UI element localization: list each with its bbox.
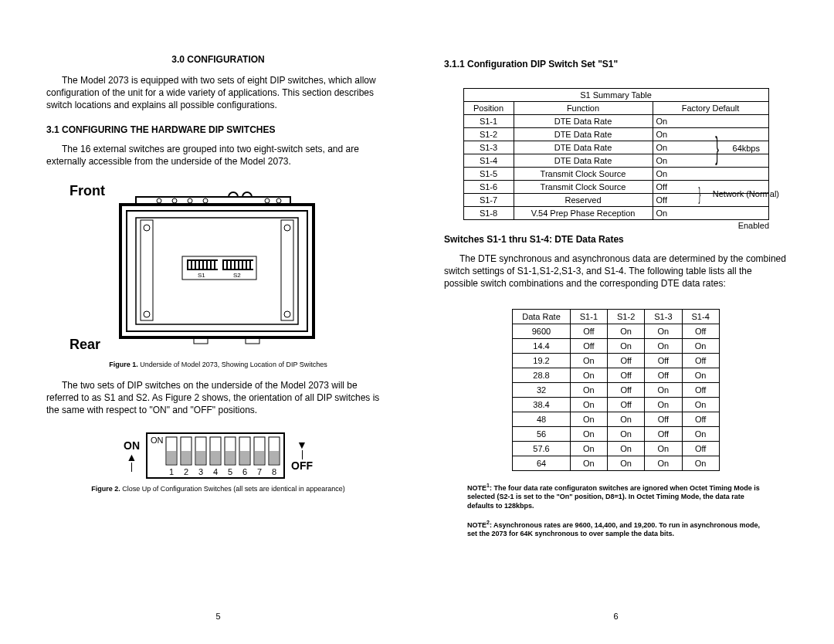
dte-data-rate-table: Data RateS1-1S1-2S1-3S1-4 9600OffOnOnOff… xyxy=(512,309,720,471)
svg-rect-19 xyxy=(192,261,195,269)
dip-switch-closeup: ON 12345678 xyxy=(146,432,285,479)
table-row: 57.6OnOnOnOff xyxy=(513,441,720,456)
svg-point-13 xyxy=(144,311,150,317)
svg-text:8: 8 xyxy=(272,467,276,476)
para-16-switches: The 16 external switches are grouped int… xyxy=(46,143,390,168)
note-1: NOTE1: The four data rate configuraton s… xyxy=(467,482,764,511)
svg-rect-22 xyxy=(204,261,206,269)
note-2: NOTE2: Asynchronous rates are 9600, 14,4… xyxy=(467,519,764,539)
svg-text:4: 4 xyxy=(213,467,218,476)
svg-point-14 xyxy=(284,225,290,231)
svg-point-2 xyxy=(172,198,177,203)
table-row: S1-2DTE Data RateOn xyxy=(463,128,768,141)
para-dte-rates: The DTE synchronous and asynchronous dat… xyxy=(444,253,788,290)
arrow-up-icon: ▲ xyxy=(127,452,137,463)
table-row: 56OnOnOffOn xyxy=(513,426,720,441)
svg-rect-49 xyxy=(240,451,249,464)
t2-header: S1-4 xyxy=(682,309,719,324)
table-row: 38.4OnOffOnOn xyxy=(513,397,720,412)
subhead-3-1-1: 3.1.1 Configuration DIP Switch Set "S1" xyxy=(444,59,788,69)
svg-rect-11 xyxy=(281,220,293,320)
table-row: S1-5Transmit Clock SourceOn xyxy=(463,168,768,181)
svg-text:1: 1 xyxy=(169,467,174,476)
svg-rect-20 xyxy=(196,261,198,269)
table-row: 19.2OnOffOffOff xyxy=(513,353,720,368)
svg-rect-8 xyxy=(127,211,307,331)
svg-rect-23 xyxy=(208,261,210,269)
arrow-down-icon: ▼ xyxy=(297,439,307,450)
svg-point-15 xyxy=(284,311,290,317)
svg-rect-34 xyxy=(251,261,253,269)
t1-h-position: Position xyxy=(463,102,514,115)
svg-rect-25 xyxy=(215,261,218,269)
svg-rect-27 xyxy=(224,261,226,269)
svg-rect-47 xyxy=(225,451,235,464)
svg-rect-41 xyxy=(181,451,191,464)
svg-rect-33 xyxy=(247,261,249,269)
t1-anno-64kbps: 64kbps xyxy=(733,144,760,153)
svg-text:2: 2 xyxy=(184,467,188,476)
para-intro: The Model 2073 is equipped with two sets… xyxy=(46,74,390,112)
figure-1-caption: Figure 1. Underside of Model 2073, Showi… xyxy=(46,361,390,368)
svg-rect-31 xyxy=(239,261,242,269)
para-s1-s2: The two sets of DIP switches on the unde… xyxy=(46,379,390,417)
svg-rect-7 xyxy=(120,205,314,337)
svg-rect-39 xyxy=(167,451,176,464)
page-right: 3.1.1 Configuration DIP Switch Set "S1" … xyxy=(444,54,788,621)
svg-rect-9 xyxy=(136,218,298,324)
section-title: 3.0 CONFIGURATION xyxy=(46,54,390,65)
fig2-on-box: ON xyxy=(151,436,164,445)
svg-point-6 xyxy=(276,198,281,203)
table-row: 14.4OffOnOnOn xyxy=(513,338,720,353)
fig1-front-label: Front xyxy=(70,183,105,199)
fig1-s2-label: S2 xyxy=(233,272,241,279)
t1-title: S1 Summary Table xyxy=(463,89,768,102)
t1-h-default: Factory Default xyxy=(653,102,768,115)
table-row: S1-8V.54 Prep Phase ReceptionOn xyxy=(463,207,768,220)
svg-point-3 xyxy=(188,198,192,203)
svg-rect-24 xyxy=(212,261,214,269)
table-row: 64OnOnOnOn xyxy=(513,456,720,470)
t2-header: S1-2 xyxy=(608,309,645,324)
svg-point-5 xyxy=(265,198,270,203)
t2-header: S1-3 xyxy=(645,309,682,324)
svg-rect-30 xyxy=(236,261,238,269)
t1-anno-enabled: Enabled xyxy=(738,221,769,230)
svg-text:3: 3 xyxy=(198,467,203,476)
svg-rect-28 xyxy=(228,261,230,269)
table-row: S1-1DTE Data RateOn xyxy=(463,115,768,128)
t2-header: Data Rate xyxy=(513,309,571,324)
figure-2-caption: Figure 2. Close Up of Configuration Swit… xyxy=(46,485,390,493)
fig2-off-label: OFF xyxy=(291,459,313,472)
table-row: S1-4DTE Data RateOn xyxy=(463,154,768,168)
table-row: 9600OffOnOnOff xyxy=(513,324,720,338)
figure-2: ON ▲ ON 12345678 ▼ OFF xyxy=(46,432,390,479)
fig1-rear-label: Rear xyxy=(70,337,105,353)
svg-rect-51 xyxy=(255,451,264,464)
s1-summary-table: S1 Summary Table Position Function Facto… xyxy=(463,88,769,220)
device-underside-diagram: S1 S2 xyxy=(113,183,321,353)
svg-point-4 xyxy=(203,198,208,203)
svg-rect-45 xyxy=(211,451,220,464)
svg-rect-18 xyxy=(188,261,191,269)
svg-rect-10 xyxy=(141,220,153,320)
page-number-left: 5 xyxy=(46,600,390,621)
figure-1: Front Rear xyxy=(70,183,390,353)
fig1-s1-label: S1 xyxy=(198,272,205,279)
t1-h-function: Function xyxy=(514,102,653,115)
table-row: 48OnOnOffOff xyxy=(513,412,720,426)
subhead-3-1: 3.1 CONFIGURING THE HARDWARE DIP SWITCHE… xyxy=(46,124,390,135)
page-left: 3.0 CONFIGURATION The Model 2073 is equi… xyxy=(46,54,390,621)
t2-header: S1-1 xyxy=(570,309,607,324)
svg-text:7: 7 xyxy=(257,467,262,476)
page-number-right: 6 xyxy=(444,600,788,621)
svg-rect-21 xyxy=(200,261,202,269)
svg-rect-29 xyxy=(232,261,234,269)
svg-rect-32 xyxy=(243,261,246,269)
svg-text:5: 5 xyxy=(228,467,232,476)
t1-anno-network: Network (Normal) xyxy=(713,189,779,198)
svg-rect-43 xyxy=(196,451,205,464)
svg-text:6: 6 xyxy=(242,467,247,476)
fig2-on-label: ON xyxy=(124,439,140,452)
svg-rect-53 xyxy=(270,451,279,464)
